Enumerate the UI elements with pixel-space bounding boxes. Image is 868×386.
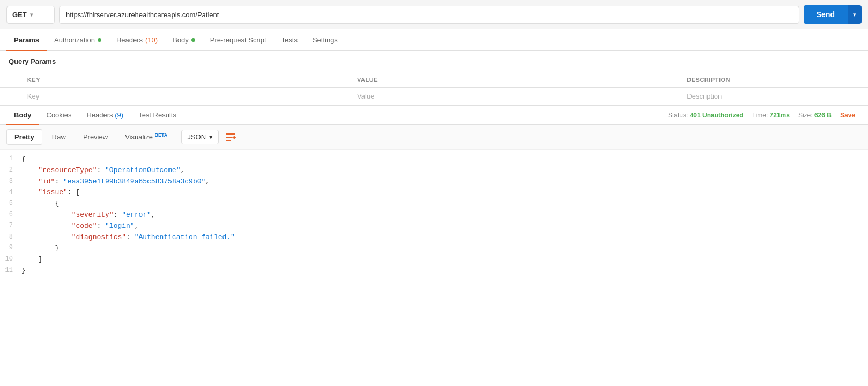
- tab-params-label: Params: [14, 36, 39, 44]
- key-placeholder: Key: [27, 92, 39, 100]
- json-line-1: 1 {: [0, 154, 868, 165]
- authorization-dot: [98, 38, 101, 42]
- json-line-7: 7 "code": "login",: [0, 221, 868, 232]
- json-line-6: 6 "severity": "error",: [0, 210, 868, 221]
- time-label: Time: 721ms: [752, 112, 790, 119]
- desc-input-cell: Description: [680, 88, 854, 105]
- send-button[interactable]: Send: [804, 5, 848, 24]
- col-value-header: VALUE: [351, 72, 680, 88]
- resp-tab-test-results-label: Test Results: [138, 111, 176, 119]
- json-chevron-icon: ▾: [209, 133, 213, 141]
- response-tabs-bar: Body Cookies Headers (9) Test Results St…: [0, 106, 868, 125]
- resp-tab-cookies[interactable]: Cookies: [39, 106, 79, 124]
- query-params-title: Query Params: [0, 51, 868, 72]
- col-desc-header: DESCRIPTION: [680, 72, 854, 88]
- json-type-select[interactable]: JSON ▾: [181, 130, 219, 144]
- tab-pre-request-script[interactable]: Pre-request Script: [203, 29, 274, 50]
- json-line-10: 10 ]: [0, 254, 868, 265]
- time-value: 721ms: [770, 112, 790, 119]
- response-meta: Status: 401 Unauthorized Time: 721ms Siz…: [668, 112, 862, 119]
- json-line-8: 8 "diagnostics": "Authentication failed.…: [0, 232, 868, 243]
- resp-tab-body-label: Body: [14, 111, 32, 119]
- tab-tests-label: Tests: [281, 36, 298, 44]
- tab-settings-label: Settings: [313, 36, 338, 44]
- value-input-cell: Value: [351, 88, 680, 105]
- format-preview-button[interactable]: Preview: [76, 130, 115, 144]
- desc-placeholder: Description: [687, 92, 722, 100]
- table-row: Key Value Description: [0, 88, 868, 105]
- wrap-button[interactable]: [225, 132, 236, 142]
- request-tabs: Params Authorization Headers (10) Body P…: [0, 29, 868, 51]
- url-bar: GET ▾ Send ▾: [0, 0, 868, 29]
- method-chevron-icon: ▾: [30, 12, 33, 18]
- resp-tab-headers[interactable]: Headers (9): [79, 106, 131, 124]
- tab-settings[interactable]: Settings: [305, 29, 345, 50]
- tab-params[interactable]: Params: [6, 29, 47, 50]
- svg-rect-0: [226, 133, 235, 135]
- tab-authorization-label: Authorization: [54, 36, 95, 44]
- json-line-3: 3 "id": "eaa395e1f99b3849a65c583758a3c9b…: [0, 176, 868, 188]
- params-table: KEY VALUE DESCRIPTION Key Value Descript…: [0, 72, 868, 105]
- query-params-section: Query Params KEY VALUE DESCRIPTION Key V…: [0, 51, 868, 105]
- format-raw-button[interactable]: Raw: [44, 130, 73, 144]
- json-line-2: 2 "resourceType": "OperationOutcome",: [0, 165, 868, 176]
- status-label: Status: 401 Unauthorized: [668, 112, 744, 119]
- status-value: 401 Unauthorized: [690, 112, 744, 119]
- method-select[interactable]: GET ▾: [6, 6, 55, 24]
- size-value: 626 B: [814, 112, 832, 119]
- tab-headers-label: Headers: [116, 36, 143, 44]
- resp-tab-cookies-label: Cookies: [47, 111, 72, 119]
- format-pretty-button[interactable]: Pretty: [6, 129, 42, 145]
- json-line-11: 11 }: [0, 265, 868, 277]
- value-placeholder: Value: [357, 92, 374, 100]
- resp-tab-body[interactable]: Body: [6, 106, 39, 124]
- col-key-header: KEY: [21, 72, 351, 88]
- format-bar: Pretty Raw Preview Visualize BETA JSON ▾: [0, 125, 868, 150]
- method-label: GET: [12, 11, 27, 19]
- json-line-5: 5 {: [0, 198, 868, 210]
- save-button[interactable]: Save: [840, 112, 855, 119]
- resp-tab-test-results[interactable]: Test Results: [131, 106, 184, 124]
- body-dot: [191, 38, 195, 42]
- tab-headers[interactable]: Headers (10): [109, 29, 165, 50]
- json-type-label: JSON: [187, 133, 206, 141]
- json-line-9: 9 }: [0, 243, 868, 254]
- send-dropdown-button[interactable]: ▾: [848, 5, 862, 24]
- tab-body[interactable]: Body: [165, 29, 203, 50]
- json-line-4: 4 "issue": [: [0, 187, 868, 198]
- tab-authorization[interactable]: Authorization: [47, 29, 109, 50]
- url-input[interactable]: [59, 6, 799, 24]
- resp-headers-badge: (9): [115, 111, 123, 119]
- tab-tests[interactable]: Tests: [274, 29, 305, 50]
- headers-badge: (10): [145, 36, 158, 44]
- svg-rect-1: [226, 137, 233, 138]
- key-input-cell: Key: [21, 88, 351, 105]
- resp-tab-headers-label: Headers: [86, 111, 113, 119]
- json-response-body: 1 { 2 "resourceType": "OperationOutcome"…: [0, 150, 868, 281]
- format-visualize-button[interactable]: Visualize BETA: [117, 129, 175, 144]
- wrap-icon: [225, 132, 236, 142]
- svg-rect-2: [226, 140, 231, 141]
- tab-pre-request-label: Pre-request Script: [210, 36, 266, 44]
- beta-badge: BETA: [155, 132, 168, 138]
- send-btn-group: Send ▾: [804, 5, 862, 24]
- tab-body-label: Body: [173, 36, 189, 44]
- size-label: Size: 626 B: [798, 112, 832, 119]
- response-section: Body Cookies Headers (9) Test Results St…: [0, 105, 868, 281]
